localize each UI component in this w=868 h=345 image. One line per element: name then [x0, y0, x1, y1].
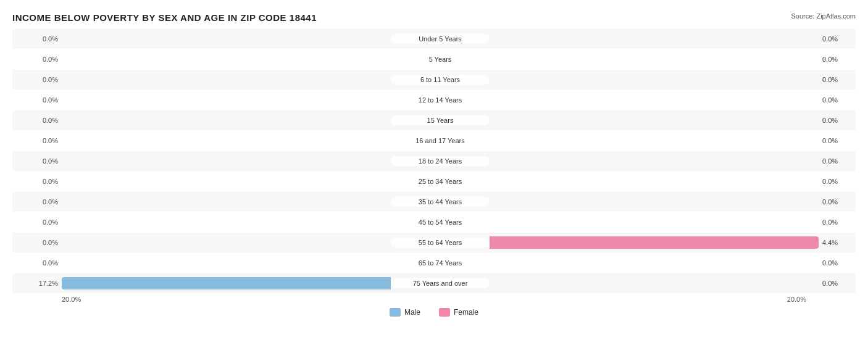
male-bar-area	[62, 93, 391, 107]
chart-row: 17.2%75 Years and over0.0%	[12, 273, 856, 293]
center-label: 18 to 24 Years	[391, 156, 490, 166]
center-label: 6 to 11 Years	[391, 75, 490, 85]
female-bar-area	[490, 256, 819, 270]
chart-row: 0.0%6 to 11 Years0.0%	[12, 70, 856, 89]
female-bar-area	[490, 215, 819, 229]
bar-section: 75 Years and over	[62, 273, 819, 293]
chart-row: 0.0%65 to 74 Years0.0%	[12, 253, 856, 273]
legend-male: Male	[390, 308, 420, 317]
bar-section: 6 to 11 Years	[62, 70, 819, 89]
chart-row: 0.0%16 and 17 Years0.0%	[12, 131, 856, 151]
chart-row: 0.0%25 to 34 Years0.0%	[12, 172, 856, 191]
male-bar-area	[62, 256, 391, 270]
chart-row: 0.0%45 to 54 Years0.0%	[12, 212, 856, 232]
male-bar-area	[62, 154, 391, 168]
left-value: 17.2%	[12, 280, 62, 287]
chart-row: 0.0%35 to 44 Years0.0%	[12, 192, 856, 212]
title-row: INCOME BELOW POVERTY BY SEX AND AGE IN Z…	[12, 12, 856, 23]
female-bar-area	[490, 32, 819, 46]
chart-row: 0.0%Under 5 Years0.0%	[12, 29, 856, 49]
center-label: 15 Years	[391, 115, 490, 125]
right-value: 0.0%	[819, 280, 856, 287]
female-bar-area	[490, 114, 819, 127]
female-bar-area	[490, 134, 819, 148]
left-value: 0.0%	[12, 239, 62, 246]
center-label: 5 Years	[391, 54, 490, 64]
bar-section: 65 to 74 Years	[62, 253, 819, 273]
bar-section: 15 Years	[62, 110, 819, 130]
center-label: 75 Years and over	[391, 278, 490, 288]
center-label: 65 to 74 Years	[391, 258, 490, 268]
bar-section: 16 and 17 Years	[62, 131, 819, 151]
chart-container: INCOME BELOW POVERTY BY SEX AND AGE IN Z…	[0, 0, 868, 345]
left-value: 0.0%	[12, 198, 62, 206]
chart-row: 0.0%5 Years0.0%	[12, 49, 856, 69]
bar-section: 12 to 14 Years	[62, 90, 819, 110]
center-label: 12 to 14 Years	[391, 95, 490, 105]
male-bar-area	[62, 276, 391, 290]
male-bar-area	[62, 114, 391, 127]
female-bar-area	[490, 276, 819, 290]
legend-female: Female	[439, 308, 478, 317]
axis-right: 20.0%	[787, 296, 806, 303]
center-label: 35 to 44 Years	[391, 197, 490, 207]
left-value: 0.0%	[12, 259, 62, 267]
female-bar-area	[490, 93, 819, 107]
legend: Male Female	[12, 308, 856, 317]
legend-male-label: Male	[404, 308, 420, 317]
chart-row: 0.0%55 to 64 Years4.4%	[12, 233, 856, 252]
bar-section: 25 to 34 Years	[62, 172, 819, 191]
male-bar-area	[62, 195, 391, 209]
center-label: Under 5 Years	[391, 34, 490, 44]
right-value: 0.0%	[819, 76, 856, 83]
axis-left: 20.0%	[62, 296, 81, 303]
chart-area: 0.0%Under 5 Years0.0%0.0%5 Years0.0%0.0%…	[12, 29, 856, 294]
male-bar-area	[62, 175, 391, 188]
center-label: 45 to 54 Years	[391, 217, 490, 227]
right-value: 0.0%	[819, 56, 856, 63]
center-label: 16 and 17 Years	[391, 136, 490, 146]
bar-section: 45 to 54 Years	[62, 212, 819, 232]
chart-title: INCOME BELOW POVERTY BY SEX AND AGE IN Z…	[12, 12, 317, 23]
left-value: 0.0%	[12, 117, 62, 124]
male-bar-area	[62, 73, 391, 86]
male-bar-area	[62, 134, 391, 148]
left-value: 0.0%	[12, 76, 62, 83]
legend-female-box	[439, 308, 450, 317]
female-bar-area	[490, 154, 819, 168]
female-bar-area	[490, 195, 819, 209]
right-value: 0.0%	[819, 96, 856, 104]
axis-labels: 20.0% 20.0%	[12, 296, 856, 303]
right-value: 0.0%	[819, 35, 856, 43]
right-value: 0.0%	[819, 259, 856, 267]
bar-section: 18 to 24 Years	[62, 151, 819, 171]
female-bar-area	[490, 52, 819, 66]
female-bar-area	[490, 236, 819, 249]
left-value: 0.0%	[12, 218, 62, 226]
right-value: 4.4%	[819, 239, 856, 246]
bar-section: 35 to 44 Years	[62, 192, 819, 212]
center-label: 55 to 64 Years	[391, 238, 490, 247]
chart-row: 0.0%12 to 14 Years0.0%	[12, 90, 856, 110]
male-bar-area	[62, 52, 391, 66]
male-bar-area	[62, 215, 391, 229]
right-value: 0.0%	[819, 178, 856, 185]
female-bar-area	[490, 175, 819, 188]
right-value: 0.0%	[819, 117, 856, 124]
chart-row: 0.0%18 to 24 Years0.0%	[12, 151, 856, 171]
right-value: 0.0%	[819, 137, 856, 144]
left-value: 0.0%	[12, 35, 62, 43]
male-bar-area	[62, 236, 391, 249]
male-bar-area	[62, 32, 391, 46]
female-bar-area	[490, 73, 819, 86]
right-value: 0.0%	[819, 218, 856, 226]
legend-female-label: Female	[454, 308, 478, 317]
bar-section: 55 to 64 Years	[62, 233, 819, 252]
left-value: 0.0%	[12, 137, 62, 144]
left-value: 0.0%	[12, 96, 62, 104]
center-label: 25 to 34 Years	[391, 177, 490, 186]
right-value: 0.0%	[819, 157, 856, 165]
bar-section: Under 5 Years	[62, 29, 819, 49]
right-value: 0.0%	[819, 198, 856, 206]
left-value: 0.0%	[12, 178, 62, 185]
